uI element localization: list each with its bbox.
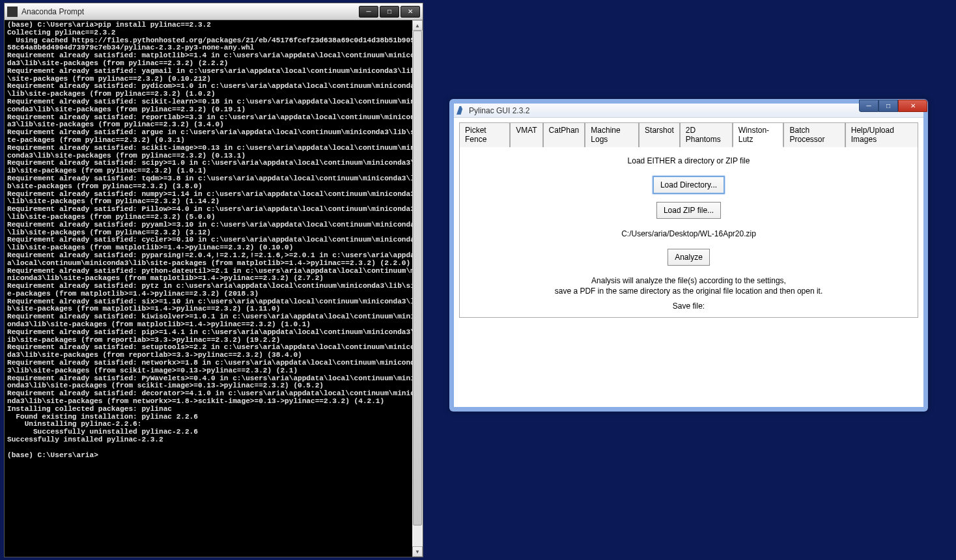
load-zip-button[interactable]: Load ZIP file... <box>656 202 721 219</box>
tab-content-winston-lutz: Load EITHER a directory or ZIP file Load… <box>459 147 918 318</box>
gui-close-button[interactable]: ✕ <box>898 100 927 112</box>
analysis-help-text: Analysis will analyze the file(s) accord… <box>466 276 911 296</box>
save-file-label: Save file: <box>466 301 911 311</box>
minimize-button[interactable]: ─ <box>359 6 378 18</box>
terminal-icon <box>7 7 18 17</box>
scroll-down-arrow-icon[interactable]: ▼ <box>412 546 423 557</box>
terminal-window: Anaconda Prompt ─ □ ✕ (base) C:\Users\ar… <box>4 3 423 557</box>
scroll-up-arrow-icon[interactable]: ▲ <box>412 20 423 31</box>
tab-bar: Picket FenceVMATCatPhanMachine LogsStars… <box>459 122 918 147</box>
tab-starshot[interactable]: Starshot <box>639 122 680 147</box>
gui-maximize-button[interactable]: □ <box>879 100 898 112</box>
tab-catphan[interactable]: CatPhan <box>543 122 585 147</box>
load-directory-button[interactable]: Load Directory... <box>653 176 725 194</box>
tab-batch-processor[interactable]: Batch Processor <box>783 122 845 147</box>
pylinac-gui-window: ─ □ ✕ Pylinac GUI 2.3.2 Picket FenceVMAT… <box>449 99 928 412</box>
terminal-title: Anaconda Prompt <box>21 7 358 16</box>
terminal-output[interactable]: (base) C:\Users\aria>pip install pylinac… <box>5 20 423 557</box>
gui-title: Pylinac GUI 2.3.2 <box>469 106 921 115</box>
terminal-scrollbar[interactable]: ▲ ▼ <box>412 20 423 557</box>
tab-winston-lutz[interactable]: Winston-Lutz <box>733 122 784 147</box>
analyze-button[interactable]: Analyze <box>668 249 710 266</box>
tab-machine-logs[interactable]: Machine Logs <box>585 122 639 147</box>
terminal-titlebar[interactable]: Anaconda Prompt ─ □ ✕ <box>5 3 423 20</box>
gui-minimize-button[interactable]: ─ <box>859 100 879 112</box>
close-button[interactable]: ✕ <box>401 6 420 18</box>
gui-titlebar[interactable]: Pylinac GUI 2.3.2 <box>454 104 923 118</box>
scroll-thumb[interactable] <box>413 31 422 525</box>
maximize-button[interactable]: □ <box>380 6 399 18</box>
selected-file-path: C:/Users/aria/Desktop/WL-16Apr20.zip <box>466 229 911 238</box>
tab-2d-phantoms[interactable]: 2D Phantoms <box>680 122 733 147</box>
tab-vmat[interactable]: VMAT <box>510 122 542 147</box>
tab-picket-fence[interactable]: Picket Fence <box>459 122 510 147</box>
tab-help-upload-images[interactable]: Help/Upload Images <box>845 122 918 147</box>
load-instruction: Load EITHER a directory or ZIP file <box>466 156 911 165</box>
tk-feather-icon <box>457 106 465 115</box>
